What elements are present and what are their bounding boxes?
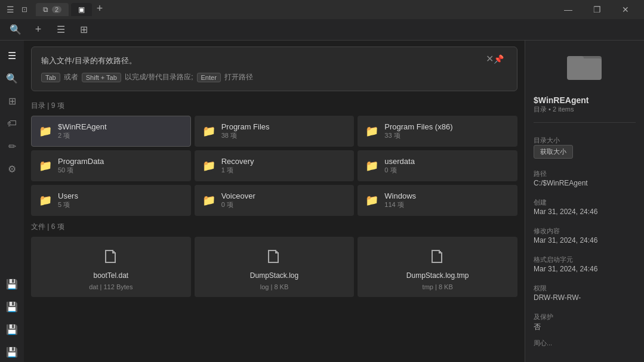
- files-section-header: 文件 | 6 项: [24, 218, 525, 234]
- sidebar-search-icon[interactable]: 🔍: [2, 68, 22, 88]
- window-controls: — ❐ ✕: [554, 0, 639, 19]
- titlebar: ☰ ⊡ ⧉ 2 ▣ + — ❐ ✕: [0, 0, 644, 19]
- right-modified-value: Mar 31, 2024, 24:46: [534, 236, 636, 245]
- right-created-value: Mar 31, 2024, 24:46: [534, 208, 636, 216]
- list-view-button[interactable]: ☰: [53, 21, 69, 38]
- folder-item-users[interactable]: 📁 Users 5 项: [31, 185, 191, 216]
- hint-shift-tab: Shift + Tab: [82, 73, 121, 82]
- right-panel-title: $WinREAgent: [534, 95, 636, 105]
- file-meta-dumpstack-tmp: tmp | 8 KB: [423, 283, 453, 290]
- right-metadata-value: Mar 31, 2024, 24:46: [534, 265, 636, 273]
- folder-name-userdata: userdata: [384, 157, 415, 166]
- file-browser: 📌 ✕ 输入文件/目录的有效路径。 Tab 或者 Shift + Tab 以完成…: [24, 41, 525, 362]
- file-meta-dumpstack: log | 8 KB: [260, 283, 289, 290]
- tab-1-badge: 2: [52, 6, 61, 13]
- menu-icon[interactable]: ☰: [5, 4, 16, 15]
- dialog-hint: Tab 或者 Shift + Tab 以完成/替代目录路应; Enter 打开路…: [41, 72, 507, 82]
- folder-name-voiceover: Voiceover: [221, 191, 255, 200]
- sidebar-drive4-icon[interactable]: 💾: [2, 342, 22, 362]
- folder-item-programfiles[interactable]: 📁 Program Files 38 项: [195, 116, 355, 147]
- right-path-value: C:/$WinREAgent: [534, 179, 636, 187]
- folder-item-voiceover[interactable]: 📁 Voiceover 0 项: [195, 185, 355, 216]
- folder-count-recovery: 1 项: [221, 166, 254, 175]
- sidebar-settings-icon[interactable]: ⚙: [2, 159, 22, 179]
- add-button[interactable]: +: [30, 21, 47, 38]
- file-grid: 🗋 bootTel.dat dat | 112 Bytes 🗋 DumpStac…: [24, 234, 525, 299]
- folder-count-winreagent: 2 项: [58, 131, 107, 140]
- folder-count-programfiles: 38 项: [221, 131, 270, 140]
- sidebar-grid-icon[interactable]: ⊞: [2, 91, 22, 111]
- hint-tab: Tab: [41, 73, 60, 82]
- folder-icon-winreagent: 📁: [39, 125, 52, 138]
- grid-view-button[interactable]: ⊞: [75, 21, 92, 38]
- right-more-label: 周心...: [534, 339, 636, 348]
- folder-item-programdata[interactable]: 📁 ProgramData 50 项: [31, 150, 191, 181]
- search-button[interactable]: 🔍: [7, 21, 24, 38]
- tab-1[interactable]: ⧉ 2: [36, 3, 69, 16]
- right-owner-value: 否: [534, 322, 636, 332]
- folder-item-recovery[interactable]: 📁 Recovery 1 项: [195, 150, 355, 181]
- file-icon-dumpstack-tmp: 🗋: [428, 246, 447, 268]
- sidebar-drive2-icon[interactable]: 💾: [2, 296, 22, 317]
- hint-enter: Enter: [197, 73, 221, 82]
- folder-icon-users: 📁: [39, 194, 52, 207]
- add-tab-button[interactable]: +: [94, 3, 105, 14]
- folder-item-winreagent[interactable]: 📁 $WinREAgent 2 项: [31, 116, 191, 147]
- titlebar-tabs: ⧉ 2 ▣ +: [36, 3, 551, 16]
- file-item-boottel[interactable]: 🗋 bootTel.dat dat | 112 Bytes: [31, 237, 191, 297]
- tab-2-icon: ▣: [78, 5, 85, 14]
- folder-icon-voiceover: 📁: [202, 194, 215, 207]
- file-icon-boottel: 🗋: [101, 246, 121, 268]
- file-name-dumpstack: DumpStack.log: [250, 271, 298, 280]
- folder-count-userdata: 0 项: [384, 166, 415, 175]
- sidebar-tag-icon[interactable]: 🏷: [2, 113, 22, 134]
- sidebar: ☰ 🔍 ⊞ 🏷 ✏ ⚙ 💾 💾 💾 💾: [0, 41, 24, 362]
- right-path-label: 路径: [534, 169, 636, 178]
- file-meta-boottel: dat | 112 Bytes: [89, 283, 133, 290]
- folder-name-winreagent: $WinREAgent: [58, 122, 107, 131]
- folder-count-users: 5 项: [58, 200, 78, 209]
- folder-name-recovery: Recovery: [221, 157, 254, 166]
- folder-info-winreagent: $WinREAgent 2 项: [58, 122, 107, 140]
- hint-open: 打开路径: [224, 72, 253, 82]
- folder-count-programdata: 50 项: [58, 166, 104, 175]
- right-panel-subtitle: 目录 • 2 items: [534, 105, 636, 114]
- right-permissions-value: DRW-RW-RW-: [534, 293, 636, 302]
- file-item-dumpstack[interactable]: 🗋 DumpStack.log log | 8 KB: [195, 237, 355, 297]
- right-panel-folder-icon: [534, 50, 636, 87]
- get-size-button[interactable]: 获取大小: [534, 145, 573, 159]
- maximize-button[interactable]: ❐: [583, 0, 611, 19]
- folder-icon-programfiles: 📁: [202, 125, 215, 138]
- sidebar-edit-icon[interactable]: ✏: [2, 136, 22, 156]
- folder-item-userdata[interactable]: 📁 userdata 0 项: [358, 150, 517, 181]
- folder-icon-windows: 📁: [365, 194, 378, 207]
- folder-count-voiceover: 0 项: [221, 200, 255, 209]
- minimize-button[interactable]: —: [554, 0, 582, 19]
- right-metadata-label: 格式启动字元: [534, 255, 636, 264]
- file-item-dumpstack-tmp[interactable]: 🗋 DumpStack.log.tmp tmp | 8 KB: [358, 237, 517, 297]
- sidebar-drive3-icon[interactable]: 💾: [2, 319, 22, 339]
- folder-count-programfilesx86: 33 项: [384, 131, 452, 140]
- folder-name-programfilesx86: Program Files (x86): [384, 122, 452, 131]
- dialog-title: 输入文件/目录的有效路径。: [41, 55, 507, 66]
- right-permissions-label: 权限: [534, 284, 636, 293]
- file-name-boottel: bootTel.dat: [93, 271, 128, 280]
- dialog-close-button[interactable]: ✕: [486, 53, 494, 64]
- right-modified-label: 修改内容: [534, 227, 636, 236]
- file-name-dumpstack-tmp: DumpStack.log.tmp: [406, 271, 469, 280]
- dialog-pin-button[interactable]: 📌: [494, 54, 504, 64]
- sidebar-drive1-icon[interactable]: 💾: [2, 274, 22, 294]
- hint-or1: 或者: [64, 72, 78, 82]
- folder-item-programfilesx86[interactable]: 📁 Program Files (x86) 33 项: [358, 116, 517, 147]
- folder-icon-programfilesx86: 📁: [365, 125, 378, 138]
- folder-icon-recovery: 📁: [202, 159, 215, 172]
- sidebar-menu-icon[interactable]: ☰: [2, 45, 22, 66]
- folder-item-windows[interactable]: 📁 Windows 114 项: [358, 185, 517, 216]
- folder-count-windows: 114 项: [384, 200, 416, 209]
- tab-2[interactable]: ▣: [71, 3, 92, 16]
- path-input-dialog: 📌 ✕ 输入文件/目录的有效路径。 Tab 或者 Shift + Tab 以完成…: [31, 47, 517, 91]
- app-icon[interactable]: ⊡: [19, 4, 30, 15]
- close-button[interactable]: ✕: [612, 0, 639, 19]
- main-layout: ☰ 🔍 ⊞ 🏷 ✏ ⚙ 💾 💾 💾 💾 📌 ✕ 输入文件/目录的有效路径。 Ta…: [0, 41, 644, 362]
- folder-name-programdata: ProgramData: [58, 157, 104, 166]
